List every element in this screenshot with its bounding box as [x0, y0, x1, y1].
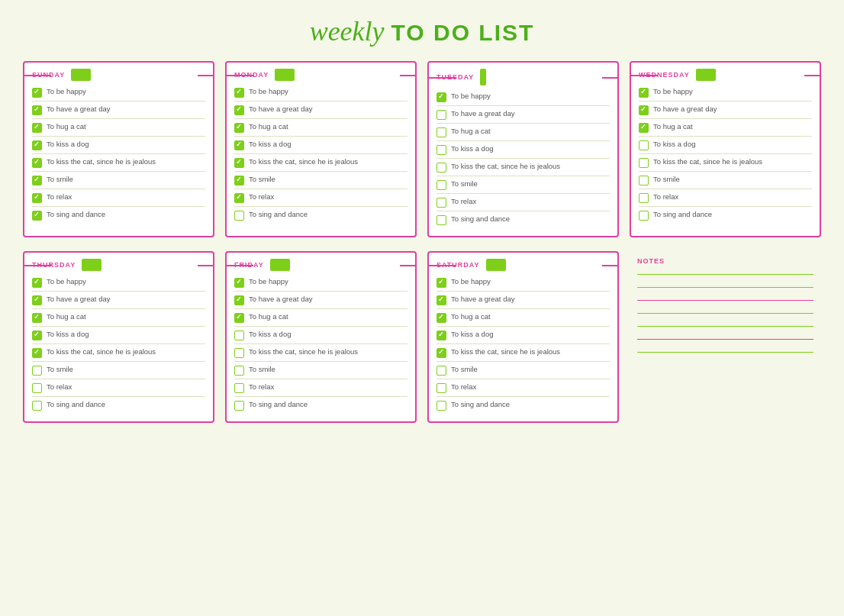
- checkbox[interactable]: [32, 295, 42, 305]
- checkbox[interactable]: [234, 176, 244, 185]
- task-item[interactable]: To kiss the cat, since he is jealous: [436, 347, 610, 362]
- task-item[interactable]: To sing and dance: [234, 400, 408, 414]
- checkbox[interactable]: [234, 88, 244, 98]
- checkbox[interactable]: [234, 123, 244, 133]
- task-item[interactable]: To sing and dance: [436, 400, 610, 414]
- checkbox[interactable]: [234, 278, 244, 288]
- task-item[interactable]: To kiss the cat, since he is jealous: [639, 157, 812, 172]
- task-item[interactable]: To relax: [234, 192, 408, 207]
- task-item[interactable]: To sing and dance: [639, 210, 812, 224]
- task-item[interactable]: To kiss a dog: [32, 140, 205, 154]
- task-item[interactable]: To be happy: [234, 87, 408, 102]
- task-item[interactable]: To have a great day: [436, 295, 610, 309]
- checkbox[interactable]: [436, 110, 446, 120]
- task-item[interactable]: To kiss a dog: [436, 144, 610, 159]
- task-item[interactable]: To kiss the cat, since he is jealous: [234, 157, 408, 172]
- task-item[interactable]: To relax: [32, 192, 205, 207]
- checkbox[interactable]: [234, 140, 244, 150]
- checkbox[interactable]: [32, 193, 42, 203]
- checkbox[interactable]: [436, 295, 446, 305]
- task-item[interactable]: To sing and dance: [32, 210, 205, 224]
- checkbox[interactable]: [436, 383, 446, 393]
- checkbox[interactable]: [436, 215, 446, 225]
- task-item[interactable]: To sing and dance: [234, 210, 408, 224]
- task-item[interactable]: To be happy: [436, 92, 610, 106]
- checkbox[interactable]: [32, 88, 42, 98]
- task-item[interactable]: To kiss a dog: [436, 330, 610, 344]
- checkbox[interactable]: [436, 163, 446, 173]
- checkbox[interactable]: [436, 348, 446, 358]
- task-item[interactable]: To sing and dance: [32, 400, 205, 414]
- task-item[interactable]: To have a great day: [639, 105, 812, 119]
- checkbox[interactable]: [32, 383, 42, 393]
- task-item[interactable]: To hug a cat: [32, 122, 205, 137]
- task-item[interactable]: To relax: [32, 382, 205, 397]
- checkbox[interactable]: [639, 123, 649, 133]
- task-item[interactable]: To smile: [32, 175, 205, 189]
- task-item[interactable]: To smile: [639, 175, 812, 189]
- checkbox[interactable]: [639, 158, 649, 168]
- checkbox[interactable]: [234, 158, 244, 168]
- checkbox[interactable]: [32, 313, 42, 323]
- task-item[interactable]: To hug a cat: [234, 312, 408, 327]
- checkbox[interactable]: [639, 140, 649, 150]
- task-item[interactable]: To kiss a dog: [639, 140, 812, 154]
- checkbox[interactable]: [32, 123, 42, 133]
- checkbox[interactable]: [32, 366, 42, 376]
- checkbox[interactable]: [32, 348, 42, 358]
- task-item[interactable]: To be happy: [234, 277, 408, 292]
- checkbox[interactable]: [436, 145, 446, 155]
- task-item[interactable]: To have a great day: [234, 105, 408, 119]
- checkbox[interactable]: [436, 313, 446, 323]
- checkbox[interactable]: [32, 176, 42, 185]
- checkbox[interactable]: [32, 278, 42, 288]
- checkbox[interactable]: [32, 158, 42, 168]
- task-item[interactable]: To be happy: [32, 87, 205, 102]
- checkbox[interactable]: [32, 105, 42, 115]
- task-item[interactable]: To kiss the cat, since he is jealous: [234, 347, 408, 362]
- checkbox[interactable]: [436, 331, 446, 340]
- task-item[interactable]: To kiss a dog: [234, 330, 408, 344]
- checkbox[interactable]: [32, 401, 42, 411]
- task-item[interactable]: To hug a cat: [639, 122, 812, 137]
- task-item[interactable]: To sing and dance: [436, 214, 610, 228]
- task-item[interactable]: To kiss a dog: [234, 140, 408, 154]
- task-item[interactable]: To have a great day: [32, 295, 205, 309]
- checkbox[interactable]: [436, 180, 446, 190]
- task-item[interactable]: To have a great day: [234, 295, 408, 309]
- task-item[interactable]: To kiss a dog: [32, 330, 205, 344]
- task-item[interactable]: To smile: [436, 179, 610, 194]
- task-item[interactable]: To hug a cat: [436, 127, 610, 141]
- checkbox[interactable]: [234, 295, 244, 305]
- task-item[interactable]: To kiss the cat, since he is jealous: [32, 157, 205, 172]
- checkbox[interactable]: [436, 366, 446, 376]
- checkbox[interactable]: [639, 176, 649, 185]
- task-item[interactable]: To smile: [436, 365, 610, 379]
- task-item[interactable]: To have a great day: [436, 109, 610, 124]
- task-item[interactable]: To be happy: [639, 87, 812, 102]
- task-item[interactable]: To smile: [32, 365, 205, 379]
- task-item[interactable]: To have a great day: [32, 105, 205, 119]
- checkbox[interactable]: [32, 140, 42, 150]
- checkbox[interactable]: [639, 193, 649, 203]
- checkbox[interactable]: [234, 331, 244, 340]
- checkbox[interactable]: [234, 211, 244, 221]
- task-item[interactable]: To relax: [234, 382, 408, 397]
- task-item[interactable]: To hug a cat: [32, 312, 205, 327]
- task-item[interactable]: To kiss the cat, since he is jealous: [436, 162, 610, 176]
- checkbox[interactable]: [436, 278, 446, 288]
- checkbox[interactable]: [234, 105, 244, 115]
- checkbox[interactable]: [436, 401, 446, 411]
- checkbox[interactable]: [234, 313, 244, 323]
- task-item[interactable]: To be happy: [436, 277, 610, 292]
- checkbox[interactable]: [436, 127, 446, 137]
- task-item[interactable]: To smile: [234, 365, 408, 379]
- task-item[interactable]: To relax: [436, 197, 610, 211]
- checkbox[interactable]: [234, 193, 244, 203]
- checkbox[interactable]: [234, 401, 244, 411]
- task-item[interactable]: To smile: [234, 175, 408, 189]
- checkbox[interactable]: [639, 88, 649, 98]
- task-item[interactable]: To relax: [436, 382, 610, 397]
- task-item[interactable]: To hug a cat: [436, 312, 610, 327]
- checkbox[interactable]: [234, 366, 244, 376]
